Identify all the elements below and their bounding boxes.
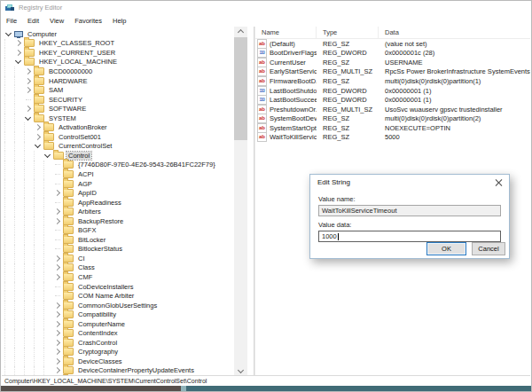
tree-item-label: HARDWARE bbox=[47, 77, 89, 85]
tree-indent-guide bbox=[24, 132, 34, 142]
chevron-down-icon[interactable] bbox=[34, 142, 40, 148]
chevron-right-icon[interactable] bbox=[34, 124, 40, 130]
chevron-right-icon[interactable] bbox=[53, 255, 59, 262]
chevron-right-icon[interactable] bbox=[53, 311, 59, 318]
registry-value-row[interactable]: (Default)REG_SZ(value not set) bbox=[255, 39, 530, 49]
registry-value-row[interactable]: FirmwareBootD...REG_SZmulti(0)disk(0)rdi… bbox=[255, 76, 530, 86]
chevron-right-icon[interactable] bbox=[53, 274, 59, 280]
column-header-type[interactable]: Type bbox=[317, 27, 379, 38]
tree-item[interactable]: ControlSet001 bbox=[2, 132, 232, 142]
scroll-up-icon[interactable] bbox=[234, 27, 247, 36]
chevron-right-icon[interactable] bbox=[24, 87, 30, 93]
chevron-right-icon[interactable] bbox=[53, 358, 59, 365]
cancel-button[interactable]: Cancel bbox=[472, 242, 505, 255]
chevron-down-icon[interactable] bbox=[14, 58, 20, 64]
chevron-down-icon[interactable] bbox=[24, 114, 30, 121]
chevron-right-icon[interactable] bbox=[14, 40, 20, 46]
close-button[interactable] bbox=[495, 178, 503, 186]
registry-value-row[interactable]: SystemBootDevi...REG_SZmulti(0)disk(0)rd… bbox=[255, 114, 530, 123]
chevron-right-icon[interactable] bbox=[24, 77, 30, 83]
chevron-right-icon[interactable] bbox=[53, 349, 59, 355]
chevron-down-icon[interactable] bbox=[4, 30, 11, 36]
tree-item[interactable]: ContentIndex bbox=[2, 329, 232, 339]
chevron-right-icon[interactable] bbox=[34, 134, 40, 140]
registry-value-row[interactable]: EarlyStartServicesREG_MULTI_SZRpcSs Powe… bbox=[255, 67, 530, 77]
tree-item[interactable]: Computer bbox=[2, 29, 232, 39]
tree-item[interactable]: ComputerName bbox=[2, 319, 232, 329]
value-data-input[interactable]: 1000 bbox=[318, 231, 501, 242]
registry-value-row[interactable]: SystemStartOpti...REG_SZNOEXECUTE=OPTIN bbox=[255, 123, 530, 133]
tree-item[interactable]: CI bbox=[2, 254, 232, 263]
menu-item-file[interactable]: File bbox=[1, 17, 22, 25]
tree-item[interactable]: CMF bbox=[2, 272, 232, 282]
chevron-right-icon[interactable] bbox=[53, 321, 59, 327]
menu-item-favorites[interactable]: Favorites bbox=[69, 17, 107, 25]
menu-item-view[interactable]: View bbox=[44, 17, 69, 25]
reg-string-icon bbox=[257, 132, 267, 142]
chevron-right-icon[interactable] bbox=[53, 302, 59, 309]
tree-item[interactable]: ACPI bbox=[2, 169, 232, 179]
tree-connector bbox=[55, 202, 60, 203]
tree-item[interactable]: SYSTEM bbox=[2, 114, 232, 123]
value-data-label: Value data: bbox=[318, 221, 501, 229]
tree-scrollbar[interactable] bbox=[234, 27, 247, 376]
tree-item[interactable]: AppReadiness bbox=[2, 198, 232, 208]
registry-value-row[interactable]: LastBootShutdo...REG_DWORD0x00000001 (1) bbox=[255, 86, 530, 96]
tree-item[interactable]: BitLocker bbox=[2, 235, 232, 245]
folder-icon bbox=[63, 170, 74, 178]
tree-item[interactable]: Compatibility bbox=[2, 310, 232, 319]
menu-item-edit[interactable]: Edit bbox=[22, 17, 44, 25]
tree-item[interactable]: CommonGlobUserSettings bbox=[2, 301, 232, 310]
chevron-right-icon[interactable] bbox=[53, 264, 59, 270]
tree-indent-guide bbox=[34, 216, 43, 226]
tree-item[interactable]: AGP bbox=[2, 179, 232, 189]
tree-item[interactable]: Control bbox=[2, 151, 232, 161]
chevron-right-icon[interactable] bbox=[53, 340, 59, 346]
tree-indent-guide bbox=[43, 169, 53, 179]
tree-item[interactable]: DeviceClasses bbox=[2, 357, 232, 366]
tree-item[interactable]: HKEY_CLASSES_ROOT bbox=[2, 39, 232, 49]
scrollbar-thumb[interactable] bbox=[234, 37, 247, 140]
tree-indent-guide bbox=[34, 319, 43, 329]
ok-button[interactable]: OK bbox=[426, 242, 466, 255]
tree-indent-guide bbox=[43, 319, 53, 329]
tree-item[interactable]: {7746D80F-97E0-4E26-9543-26B41FC22F79} bbox=[2, 161, 232, 170]
registry-value-row[interactable]: PreshutdownOr...REG_MULTI_SZUsoSvc wuaus… bbox=[255, 105, 530, 114]
chevron-right-icon[interactable] bbox=[53, 190, 59, 196]
chevron-right-icon[interactable] bbox=[53, 208, 59, 215]
tree-indent-guide bbox=[4, 161, 14, 170]
tree-item[interactable]: BitlockerStatus bbox=[2, 245, 232, 255]
chevron-right-icon[interactable] bbox=[53, 218, 59, 224]
tree-item[interactable]: BGFX bbox=[2, 225, 232, 235]
expander bbox=[4, 29, 13, 39]
column-header-data[interactable]: Data bbox=[379, 27, 530, 38]
tree-item[interactable]: ActivationBroker bbox=[2, 122, 232, 132]
tree-item[interactable]: COM Name Arbiter bbox=[2, 291, 232, 301]
chevron-right-icon[interactable] bbox=[24, 106, 30, 112]
chevron-down-icon[interactable] bbox=[43, 152, 50, 158]
tree-item[interactable]: CrashControl bbox=[2, 338, 232, 348]
menu-item-help[interactable]: Help bbox=[107, 17, 131, 25]
tree-item[interactable]: CoDeviceInstallers bbox=[2, 282, 232, 292]
chevron-right-icon[interactable] bbox=[53, 367, 59, 373]
tree-indent-guide bbox=[24, 291, 34, 301]
registry-value-row[interactable]: CurrentUserREG_SZUSERNAME bbox=[255, 58, 530, 67]
tree-item[interactable]: AppID bbox=[2, 188, 232, 198]
tree-item[interactable]: Arbiters bbox=[2, 207, 232, 216]
registry-value-row[interactable]: BootDriverFlagsREG_DWORD0x0000001c (28) bbox=[255, 49, 530, 59]
column-header-name[interactable]: Name bbox=[255, 27, 317, 38]
chevron-right-icon[interactable] bbox=[53, 330, 59, 336]
tree-item[interactable]: Cryptography bbox=[2, 348, 232, 357]
tree-item[interactable]: DeviceContainerPropertyUpdateEvents bbox=[2, 366, 232, 376]
value-data: NOEXECUTE=OPTIN bbox=[379, 124, 530, 132]
tree-item[interactable]: BackupRestore bbox=[2, 216, 232, 226]
tree-indent-guide bbox=[43, 329, 53, 339]
chevron-right-icon[interactable] bbox=[24, 68, 30, 74]
tree-indent-guide bbox=[14, 151, 24, 161]
tree-item[interactable]: HKEY_CURRENT_USER bbox=[2, 48, 232, 58]
registry-value-row[interactable]: WaitToKillServic...REG_SZ5000 bbox=[255, 132, 530, 142]
chevron-right-icon[interactable] bbox=[14, 50, 20, 56]
tree-item[interactable]: CurrentControlSet bbox=[2, 142, 232, 152]
tree-item[interactable]: Class bbox=[2, 263, 232, 273]
registry-value-row[interactable]: LastBootSuccee...REG_DWORD0x00000001 (1) bbox=[255, 95, 530, 105]
